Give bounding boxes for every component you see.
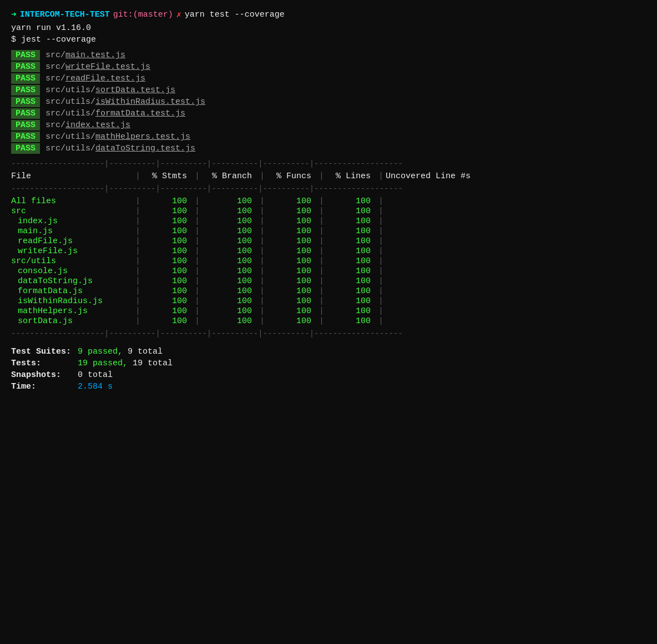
pipe: | [135,286,140,296]
row-stmts: 100 [143,256,193,266]
pipe: | [195,237,200,246]
row-stmts: 100 [143,246,193,256]
row-funcs: 100 [267,296,317,306]
pipe: | [378,237,383,246]
row-file: All files [11,197,133,206]
table-row: index.js | 100 | 100 | 100 | 100 | [11,217,646,226]
pipe: | [319,296,324,306]
pipe: | [260,217,265,226]
pipe: | [378,266,383,276]
row-lines: 100 [326,276,376,286]
pipe: | [260,306,265,316]
pipe: | [195,207,200,216]
pipe: | [319,197,324,206]
test-file-path: src/utils/mathHelpers.test.js [46,132,190,142]
row-branch: 100 [202,256,257,266]
yarn-version: yarn run v1.16.0 [11,23,646,33]
pipe: | [260,256,265,266]
row-branch: 100 [202,306,257,316]
row-funcs: 100 [267,306,317,316]
pass-line: PASS src/utils/sortData.test.js [11,85,646,95]
summary-time-value: 2.584 s [78,382,113,391]
pipe: | [135,227,140,236]
row-stmts: 100 [143,217,193,226]
pipe: | [319,227,324,236]
pipe: | [135,207,140,216]
summary-tests-line: Tests: 19 passed, 19 total [11,359,646,368]
col-header-file: File [11,172,133,181]
pipe: | [378,227,383,236]
jest-command: $ jest --coverage [11,35,646,44]
col-header-stmts: % Stmts [143,172,193,181]
pipe: | [319,246,324,256]
prompt-arrow: ➜ [11,9,17,20]
pipe: | [195,276,200,286]
row-funcs: 100 [267,207,317,216]
cross-mark: ✗ [176,9,181,20]
table-header-row: File | % Stmts | % Branch | % Funcs | % … [11,172,646,181]
pipe: | [260,276,265,286]
pipe: | [260,316,265,326]
table-row: writeFile.js | 100 | 100 | 100 | 100 | [11,246,646,256]
pipe: | [378,172,383,181]
pipe: | [378,306,383,316]
pipe: | [195,286,200,296]
pipe: | [319,266,324,276]
test-file-path: src/utils/dataToString.test.js [46,144,195,153]
pass-badge: PASS [11,120,40,130]
pipe: | [378,296,383,306]
directory-name: INTERCOM-TECH-TEST [20,10,110,19]
row-lines: 100 [326,256,376,266]
summary-suites-label: Test Suites: [11,347,78,356]
row-stmts: 100 [143,316,193,326]
table-row: main.js | 100 | 100 | 100 | 100 | [11,227,646,236]
pipe: | [260,286,265,296]
pipe: | [319,276,324,286]
table-row: dataToString.js | 100 | 100 | 100 | 100 … [11,276,646,286]
row-stmts: 100 [143,227,193,236]
pass-badge: PASS [11,50,40,61]
row-lines: 100 [326,306,376,316]
row-file: console.js [11,266,133,276]
row-lines: 100 [326,237,376,246]
pass-badge: PASS [11,85,40,95]
pipe: | [195,246,200,256]
row-funcs: 100 [267,197,317,206]
pipe: | [378,316,383,326]
pipe: | [319,306,324,316]
test-file-path: src/utils/sortData.test.js [46,85,175,95]
row-lines: 100 [326,266,376,276]
summary-tests-total: 19 total [133,359,173,368]
summary-suites-line: Test Suites: 9 passed, 9 total [11,347,646,356]
pipe: | [319,217,324,226]
coverage-table: All files | 100 | 100 | 100 | 100 | src … [11,197,646,326]
pipe: | [195,256,200,266]
row-funcs: 100 [267,217,317,226]
pipe: | [378,207,383,216]
row-file: index.js [11,217,133,226]
pipe: | [135,306,140,316]
pipe: | [319,172,324,181]
pipe: | [195,306,200,316]
pass-badge: PASS [11,143,40,154]
row-lines: 100 [326,286,376,296]
pass-line: PASS src/utils/isWithinRadius.test.js [11,97,646,107]
row-lines: 100 [326,316,376,326]
separator-bottom: --------------------|----------|--------… [11,329,646,338]
pipe: | [260,296,265,306]
test-file-path: src/writeFile.test.js [46,62,150,72]
table-row: mathHelpers.js | 100 | 100 | 100 | 100 | [11,306,646,316]
row-file: src/utils [11,256,133,266]
pipe: | [378,246,383,256]
pass-line: PASS src/readFile.test.js [11,73,646,84]
row-lines: 100 [326,296,376,306]
summary-tests-label: Tests: [11,359,78,368]
pipe: | [378,256,383,266]
pass-badge: PASS [11,73,40,84]
pipe: | [135,246,140,256]
pipe: | [195,316,200,326]
pipe: | [195,197,200,206]
pipe: | [135,217,140,226]
summary-suites-passed: 9 passed, [78,347,123,356]
test-file-path: src/utils/isWithinRadius.test.js [46,97,205,107]
